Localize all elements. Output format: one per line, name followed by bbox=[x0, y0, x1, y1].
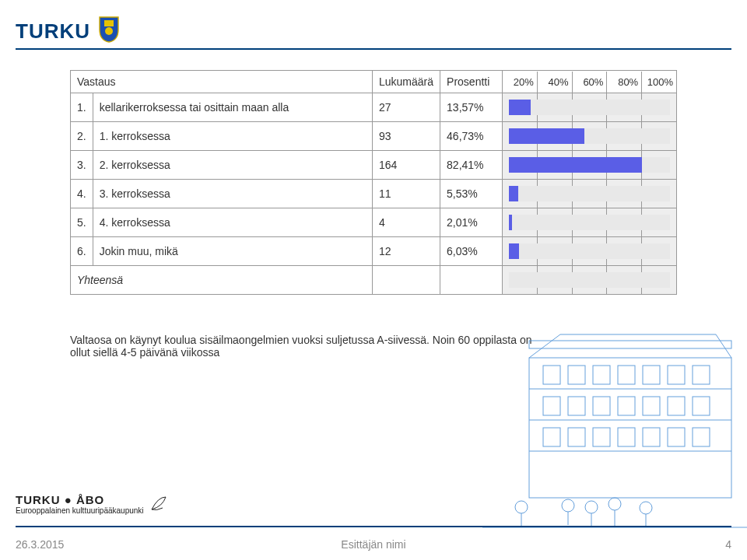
svg-rect-17 bbox=[643, 397, 660, 415]
row-count: 4 bbox=[373, 208, 440, 237]
table-header-row: Vastaus Lukumäärä Prosentti 20% 40% 60% … bbox=[71, 71, 677, 93]
svg-rect-23 bbox=[618, 428, 635, 446]
svg-rect-18 bbox=[668, 397, 685, 415]
total-bar-cell bbox=[503, 266, 677, 295]
header-rule bbox=[16, 48, 731, 50]
footer-logo: TURKU ● ÅBO Eurooppalainen kulttuuripääk… bbox=[16, 493, 169, 515]
footer: 26.3.2015 Esittäjän nimi 4 bbox=[16, 538, 731, 551]
footer-logo-line2: Eurooppalainen kulttuuripääkaupunki bbox=[16, 506, 144, 515]
row-count: 12 bbox=[373, 237, 440, 266]
svg-point-28 bbox=[562, 499, 574, 512]
data-table: Vastaus Lukumäärä Prosentti 20% 40% 60% … bbox=[70, 70, 677, 295]
row-bar-cell bbox=[503, 93, 677, 122]
svg-point-32 bbox=[640, 502, 652, 514]
row-pct: 6,03% bbox=[440, 237, 503, 266]
svg-rect-16 bbox=[618, 397, 635, 415]
row-bar-cell bbox=[503, 151, 677, 180]
svg-rect-19 bbox=[693, 397, 710, 415]
footer-presenter: Esittäjän nimi bbox=[341, 538, 405, 551]
row-label: 3. kerroksessa bbox=[93, 180, 372, 208]
row-label: kellarikerroksessa tai osittain maan all… bbox=[93, 93, 372, 122]
table-row: 2.1. kerroksessa9346,73% bbox=[71, 122, 677, 151]
bar bbox=[509, 186, 517, 201]
svg-rect-0 bbox=[104, 20, 114, 26]
footer-logo-line1: TURKU ● ÅBO bbox=[16, 493, 144, 506]
header: TURKU bbox=[16, 16, 121, 47]
row-label: 4. kerroksessa bbox=[93, 208, 372, 237]
row-pct: 13,57% bbox=[440, 93, 503, 122]
row-label: Jokin muu, mikä bbox=[93, 237, 372, 266]
leaf-icon bbox=[149, 494, 169, 514]
tick: 80% bbox=[606, 72, 641, 93]
footer-date: 26.3.2015 bbox=[16, 538, 64, 551]
footer-page: 4 bbox=[725, 538, 731, 551]
total-count bbox=[373, 266, 440, 295]
bar bbox=[509, 243, 518, 259]
svg-rect-15 bbox=[593, 397, 610, 415]
table-row: 3.2. kerroksessa16482,41% bbox=[71, 151, 677, 180]
row-pct: 82,41% bbox=[440, 151, 503, 180]
row-num: 6. bbox=[71, 237, 93, 266]
svg-rect-20 bbox=[543, 428, 560, 446]
bar bbox=[509, 100, 531, 115]
row-num: 2. bbox=[71, 122, 93, 151]
row-bar-cell bbox=[503, 180, 677, 208]
svg-rect-14 bbox=[568, 397, 585, 415]
crest-icon bbox=[96, 16, 121, 47]
svg-rect-10 bbox=[643, 366, 660, 384]
svg-rect-24 bbox=[643, 428, 660, 446]
row-count: 93 bbox=[373, 122, 440, 151]
row-num: 4. bbox=[71, 180, 93, 208]
bar bbox=[509, 215, 512, 230]
row-bar-cell bbox=[503, 208, 677, 237]
row-bar-cell bbox=[503, 237, 677, 266]
bar bbox=[509, 128, 584, 144]
tick: 100% bbox=[641, 72, 676, 93]
tick: 20% bbox=[503, 72, 537, 93]
table-row: 5.4. kerroksessa42,01% bbox=[71, 208, 677, 237]
row-pct: 2,01% bbox=[440, 208, 503, 237]
col-prosentti: Prosentti bbox=[440, 71, 503, 93]
svg-rect-11 bbox=[668, 366, 685, 384]
table-row: 4.3. kerroksessa115,53% bbox=[71, 180, 677, 208]
total-pct bbox=[440, 266, 503, 295]
table-total-row: Yhteensä bbox=[71, 266, 677, 295]
row-label: 1. kerroksessa bbox=[93, 122, 372, 151]
row-pct: 46,73% bbox=[440, 122, 503, 151]
svg-rect-9 bbox=[618, 366, 635, 384]
svg-rect-7 bbox=[568, 366, 585, 384]
svg-rect-6 bbox=[543, 366, 560, 384]
row-label: 2. kerroksessa bbox=[93, 151, 372, 180]
col-lukumaara: Lukumäärä bbox=[373, 71, 440, 93]
building-illustration bbox=[482, 303, 747, 529]
total-label: Yhteensä bbox=[71, 266, 373, 295]
table-row: 6.Jokin muu, mikä126,03% bbox=[71, 237, 677, 266]
svg-rect-13 bbox=[543, 397, 560, 415]
note-text: Valtaosa on käynyt koulua sisäilmaongelm… bbox=[70, 334, 552, 359]
tick: 40% bbox=[537, 72, 572, 93]
footer-rule bbox=[16, 526, 731, 527]
row-num: 5. bbox=[71, 208, 93, 237]
row-count: 11 bbox=[373, 180, 440, 208]
col-chart: 20% 40% 60% 80% 100% bbox=[503, 71, 677, 93]
row-num: 1. bbox=[71, 93, 93, 122]
brand-text: TURKU bbox=[16, 19, 90, 44]
row-num: 3. bbox=[71, 151, 93, 180]
bar bbox=[509, 157, 642, 173]
svg-rect-25 bbox=[668, 428, 685, 446]
col-vastaus: Vastaus bbox=[71, 71, 373, 93]
row-pct: 5,53% bbox=[440, 180, 503, 208]
svg-rect-22 bbox=[593, 428, 610, 446]
row-count: 27 bbox=[373, 93, 440, 122]
svg-rect-8 bbox=[593, 366, 610, 384]
svg-point-30 bbox=[608, 498, 621, 510]
tick: 60% bbox=[572, 72, 607, 93]
svg-rect-12 bbox=[693, 366, 710, 384]
svg-point-29 bbox=[585, 501, 598, 513]
row-count: 164 bbox=[373, 151, 440, 180]
svg-point-1 bbox=[105, 27, 113, 35]
svg-rect-26 bbox=[693, 428, 710, 446]
svg-rect-21 bbox=[568, 428, 585, 446]
row-bar-cell bbox=[503, 122, 677, 151]
svg-rect-27 bbox=[529, 341, 731, 348]
